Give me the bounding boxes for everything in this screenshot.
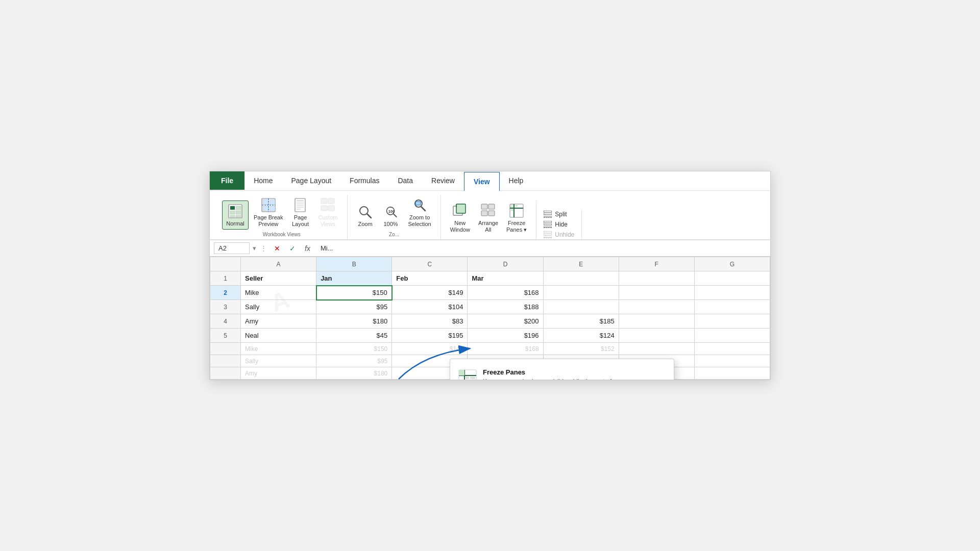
formula-cancel-button[interactable]: ✕ — [271, 243, 283, 254]
freeze-panes-button[interactable]: FreezePanes ▾ — [503, 201, 530, 235]
table-cell[interactable]: $124 — [543, 329, 619, 343]
table-cell — [619, 343, 694, 355]
tab-help[interactable]: Help — [500, 171, 533, 190]
table-cell[interactable] — [619, 300, 694, 314]
custom-views-button[interactable]: CustomViews — [314, 195, 341, 230]
hide-button[interactable]: Hide — [542, 220, 576, 229]
table-cell — [694, 343, 770, 355]
svg-text:100: 100 — [388, 209, 395, 214]
formula-bar-dropdown[interactable]: ▾ — [253, 244, 256, 252]
table-cell[interactable]: $168 — [468, 286, 543, 300]
table-cell[interactable] — [543, 286, 619, 300]
ribbon-toolbar: Normal Pag — [210, 191, 770, 240]
unhide-button[interactable]: Unhide — [542, 230, 576, 239]
table-cell[interactable] — [694, 314, 770, 329]
unhide-icon — [544, 231, 552, 238]
table-cell[interactable]: $185 — [543, 314, 619, 329]
page-layout-button[interactable]: PageLayout — [288, 195, 312, 230]
table-cell[interactable] — [543, 271, 619, 286]
zoom-button[interactable]: Zoom — [354, 202, 376, 230]
table-cell[interactable] — [619, 286, 694, 300]
zoom-group-label: Zo... — [389, 232, 399, 239]
table-cell[interactable]: Seller — [241, 271, 316, 286]
hide-icon — [544, 221, 552, 228]
svg-rect-36 — [488, 204, 495, 209]
tab-formulas[interactable]: Formulas — [340, 171, 388, 190]
arrange-all-button[interactable]: ArrangeAll — [475, 201, 501, 235]
table-cell[interactable] — [694, 329, 770, 343]
tab-page-layout[interactable]: Page Layout — [282, 171, 340, 190]
table-cell[interactable]: $149 — [392, 286, 468, 300]
cell-ref-box[interactable]: A2 — [214, 242, 250, 254]
table-cell[interactable] — [694, 271, 770, 286]
normal-view-button[interactable]: Normal — [222, 201, 249, 230]
table-cell: Amy — [241, 367, 316, 380]
svg-rect-21 — [328, 198, 334, 204]
ribbon-tabs: File Home Page Layout Formulas Data Revi… — [210, 171, 770, 191]
tab-view[interactable]: View — [464, 172, 500, 191]
table-cell[interactable]: $196 — [468, 329, 543, 343]
table-cell[interactable]: $195 — [392, 329, 468, 343]
table-cell[interactable] — [619, 271, 694, 286]
svg-rect-33 — [456, 204, 465, 213]
split-button[interactable]: Split — [542, 210, 576, 219]
table-cell[interactable]: $200 — [468, 314, 543, 329]
tab-file[interactable]: File — [210, 171, 244, 190]
table-cell: $95 — [316, 355, 392, 367]
table-row: 2 Mike $150 $149 $168 — [210, 286, 770, 300]
table-cell[interactable]: Feb — [392, 271, 468, 286]
table-cell[interactable]: $104 — [392, 300, 468, 314]
table-cell[interactable]: Amy — [241, 314, 316, 329]
table-cell[interactable]: $45 — [316, 329, 392, 343]
table-cell[interactable] — [619, 329, 694, 343]
col-header-f: F — [619, 257, 694, 271]
table-cell[interactable]: $83 — [392, 314, 468, 329]
svg-rect-50 — [465, 377, 469, 379]
table-cell[interactable]: $180 — [316, 314, 392, 329]
zoom-selection-button[interactable]: Zoom toSelection — [405, 195, 434, 230]
split-icon — [544, 211, 552, 218]
freeze-panes-option[interactable]: Freeze Panes Keep rows and columns visib… — [450, 362, 674, 380]
new-window-icon — [452, 203, 468, 219]
table-cell[interactable]: Sally — [241, 300, 316, 314]
page-break-icon — [260, 197, 277, 213]
table-cell[interactable]: $188 — [468, 300, 543, 314]
zoom-selection-label: Zoom toSelection — [408, 214, 431, 228]
table-cell[interactable] — [694, 300, 770, 314]
svg-rect-44 — [515, 205, 518, 207]
table-cell[interactable]: Jan — [316, 271, 392, 286]
tab-home[interactable]: Home — [244, 171, 282, 190]
table-cell — [694, 355, 770, 367]
svg-line-27 — [394, 214, 397, 217]
table-cell[interactable]: Mike — [241, 286, 316, 300]
tab-data[interactable]: Data — [388, 171, 422, 190]
page-layout-icon — [292, 197, 308, 213]
zoom-100-button[interactable]: 100 100% — [378, 202, 403, 230]
col-header-c: C — [392, 257, 468, 271]
formula-fx-button[interactable]: fx — [302, 243, 313, 254]
table-cell[interactable] — [694, 286, 770, 300]
selected-cell[interactable]: $150 — [316, 286, 392, 300]
table-cell[interactable] — [543, 300, 619, 314]
table-row: 3 Sally $95 $104 $188 — [210, 300, 770, 314]
svg-rect-19 — [297, 209, 301, 210]
zoom-icon — [357, 204, 373, 220]
table-cell: $150 — [316, 343, 392, 355]
svg-line-25 — [367, 214, 371, 218]
tab-review[interactable]: Review — [422, 171, 464, 190]
col-header-empty — [210, 257, 241, 271]
new-window-button[interactable]: NewWindow — [447, 201, 473, 235]
table-cell[interactable] — [619, 314, 694, 329]
table-cell: $152 — [543, 343, 619, 355]
table-cell: $168 — [468, 343, 543, 355]
svg-rect-11 — [270, 206, 275, 211]
arrange-all-label: ArrangeAll — [478, 220, 498, 233]
formula-confirm-button[interactable]: ✓ — [286, 243, 299, 254]
table-cell[interactable]: $95 — [316, 300, 392, 314]
table-cell[interactable]: Neal — [241, 329, 316, 343]
formula-input[interactable] — [316, 243, 766, 254]
page-break-preview-button[interactable]: Page BreakPreview — [251, 195, 286, 230]
col-header-b: B — [316, 257, 392, 271]
table-cell[interactable]: Mar — [468, 271, 543, 286]
svg-rect-8 — [263, 199, 269, 205]
